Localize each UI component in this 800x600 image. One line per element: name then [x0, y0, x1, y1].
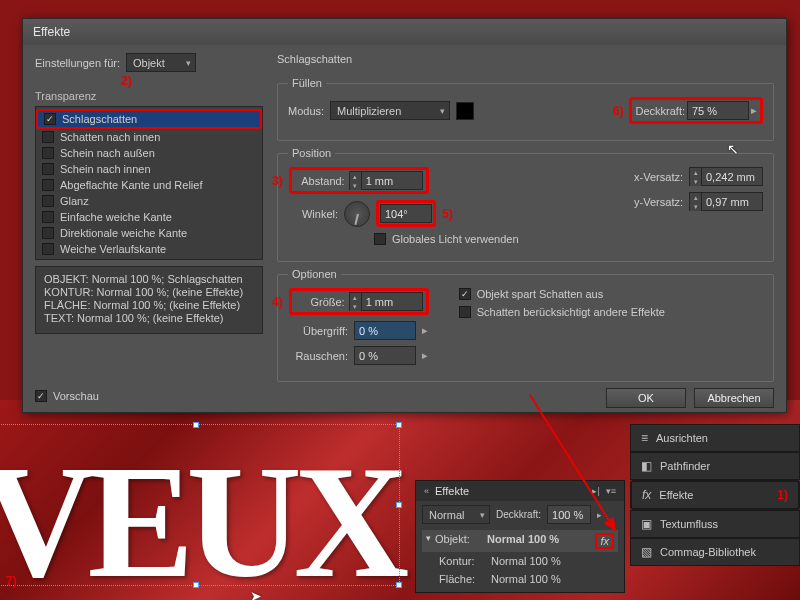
pathfinder-icon: ◧	[641, 459, 652, 473]
fill-group: Füllen Modus: Multiplizieren 6) Deckkraf…	[277, 77, 774, 141]
size-input[interactable]: ▴▾	[349, 292, 423, 311]
shadow-color-swatch[interactable]	[456, 102, 474, 120]
mode-select[interactable]: Multiplizieren	[330, 101, 450, 120]
other-effects-checkbox[interactable]	[459, 306, 471, 318]
noise-input[interactable]	[354, 346, 416, 365]
fx-mode-select[interactable]: Normal	[422, 505, 490, 524]
pointer-icon: ➤	[250, 588, 262, 600]
checkbox-icon[interactable]: ✓	[44, 113, 56, 125]
distance-label: Abstand:	[295, 175, 345, 187]
annotation-3: 3)	[272, 174, 283, 188]
angle-label: Winkel:	[288, 208, 338, 220]
effects-summary: OBJEKT: Normal 100 %; Schlagschatten KON…	[35, 266, 263, 334]
effect-item[interactable]: Schein nach innen	[36, 161, 262, 177]
angle-input[interactable]	[380, 204, 432, 223]
selection-bounds	[0, 424, 400, 586]
annotation-2: 2)	[121, 74, 132, 88]
annotation-6: 6)	[613, 104, 624, 118]
fx-row-stroke[interactable]: Kontur:Normal 100 %	[422, 552, 618, 570]
effect-item-drop-shadow[interactable]: ✓ Schlagschatten	[36, 109, 262, 129]
fx-opacity-input[interactable]	[547, 505, 591, 524]
options-group: Optionen 4) Größe: ▴▾ Übergriff:	[277, 268, 774, 382]
textwrap-icon: ▣	[641, 517, 652, 531]
dialog-title: Effekte	[23, 19, 786, 45]
y-offset-label: y-Versatz:	[634, 196, 683, 208]
noise-label: Rauschen:	[288, 350, 348, 362]
y-offset-input[interactable]: ▴▾	[689, 192, 763, 211]
x-offset-input[interactable]: ▴▾	[689, 167, 763, 186]
effect-item[interactable]: Schatten nach innen	[36, 129, 262, 145]
settings-for-label: Einstellungen für:	[35, 57, 120, 69]
fx-row-fill[interactable]: Fläche:Normal 100 %	[422, 570, 618, 588]
effects-list: ✓ Schlagschatten Schatten nach innen Sch…	[35, 106, 263, 260]
knockout-label: Objekt spart Schatten aus	[477, 288, 604, 300]
effect-item[interactable]: Abgeflachte Kante und Relief	[36, 177, 262, 193]
effects-legend: Transparenz	[35, 90, 263, 102]
effect-item[interactable]: Direktionale weiche Kante	[36, 225, 262, 241]
effects-panel-floating: « Effekte ▸| ▾≡ Normal Deckkraft: ▸ ▾Obj…	[415, 480, 625, 593]
effect-item[interactable]: Schein nach außen	[36, 145, 262, 161]
annotation-7: 7)	[6, 574, 17, 588]
global-light-label: Globales Licht verwenden	[392, 233, 519, 245]
options-legend: Optionen	[288, 268, 341, 280]
tab-textwrap[interactable]: ▣Textumfluss	[630, 510, 800, 538]
cancel-button[interactable]: Abbrechen	[694, 388, 774, 408]
tab-effects[interactable]: fx Effekte 1)	[630, 480, 800, 510]
spread-label: Übergriff:	[288, 325, 348, 337]
fx-icon: fx	[642, 488, 651, 502]
effect-item[interactable]: Weiche Verlaufskante	[36, 241, 262, 257]
tab-align[interactable]: ≡Ausrichten	[630, 424, 800, 452]
chevron-right-icon[interactable]: ▸	[597, 510, 602, 520]
menu-icon[interactable]: ▾≡	[606, 486, 616, 496]
fill-legend: Füllen	[288, 77, 326, 89]
angle-dial[interactable]	[344, 201, 370, 227]
preview-label: Vorschau	[53, 390, 99, 402]
tab-commag[interactable]: ▧Commag-Bibliothek	[630, 538, 800, 566]
effect-item[interactable]: Glanz	[36, 193, 262, 209]
opacity-label: Deckkraft:	[635, 105, 685, 117]
tab-pathfinder[interactable]: ◧Pathfinder	[630, 452, 800, 480]
effect-item[interactable]: Einfache weiche Kante	[36, 209, 262, 225]
effects-dialog: Effekte Einstellungen für: Objekt 2) Tra…	[22, 18, 787, 413]
fx-button[interactable]: fx	[595, 533, 614, 549]
chevron-right-icon[interactable]: ▸	[422, 349, 428, 362]
chevron-right-icon[interactable]: ▸	[422, 324, 428, 337]
chevron-left-icon[interactable]: «	[424, 486, 429, 496]
side-panel-dock: ≡Ausrichten ◧Pathfinder fx Effekte 1) ▣T…	[630, 424, 800, 566]
align-icon: ≡	[641, 431, 648, 445]
x-offset-label: x-Versatz:	[634, 171, 683, 183]
chevron-right-icon[interactable]: ▸|	[592, 486, 599, 496]
position-group: Position 3) Abstand: ▴▾ Winkel:	[277, 147, 774, 262]
other-effects-label: Schatten berücksichtigt andere Effekte	[477, 306, 665, 318]
section-heading: Schlagschatten	[277, 53, 774, 65]
fx-row-object[interactable]: ▾Objekt:Normal 100 % fx	[422, 530, 618, 552]
knockout-checkbox[interactable]: ✓	[459, 288, 471, 300]
opacity-input[interactable]	[687, 101, 749, 120]
mode-label: Modus:	[288, 105, 324, 117]
size-label: Größe:	[295, 296, 345, 308]
annotation-1: 1)	[777, 488, 788, 502]
annotation-5: 5)	[442, 207, 453, 221]
position-legend: Position	[288, 147, 335, 159]
annotation-4: 4)	[272, 295, 283, 309]
ok-button[interactable]: OK	[606, 388, 686, 408]
chevron-right-icon[interactable]: ▸	[751, 104, 757, 117]
effects-panel-title: Effekte	[435, 485, 469, 497]
global-light-checkbox[interactable]	[374, 233, 386, 245]
pointer-icon: ↖	[727, 141, 739, 157]
library-icon: ▧	[641, 545, 652, 559]
spread-input[interactable]	[354, 321, 416, 340]
fx-opacity-label: Deckkraft:	[496, 509, 541, 520]
preview-checkbox[interactable]: ✓	[35, 390, 47, 402]
settings-for-select[interactable]: Objekt	[126, 53, 196, 72]
distance-input[interactable]: ▴▾	[349, 171, 423, 190]
